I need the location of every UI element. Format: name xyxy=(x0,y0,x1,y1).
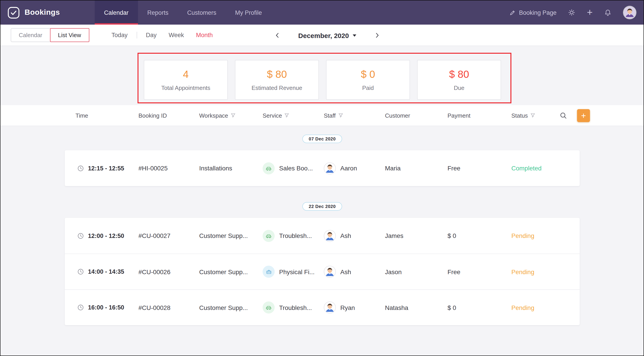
range-option-week[interactable]: Week xyxy=(168,32,184,39)
stat-label: Due xyxy=(454,85,464,91)
filter-button-status[interactable] xyxy=(530,113,535,118)
brand: Bookings xyxy=(0,1,95,25)
payment-value: $ 0 xyxy=(448,232,511,239)
car-icon xyxy=(265,304,272,311)
briefcase-icon xyxy=(266,269,272,275)
view-toggle: CalendarList View xyxy=(11,28,89,42)
clock-icon xyxy=(77,268,84,275)
top-nav: Bookings CalendarReportsCustomersMy Prof… xyxy=(0,1,644,25)
booking-id: #HI-00025 xyxy=(138,164,199,172)
car-icon-badge xyxy=(262,162,275,174)
time-text: 14:00 - 14:35 xyxy=(88,268,124,275)
user-avatar[interactable] xyxy=(623,6,636,19)
filter-button-workspace[interactable] xyxy=(231,113,235,118)
stats-cards: 4Total Appointments$ 80Estimated Revenue… xyxy=(144,60,501,100)
column-label: Time xyxy=(76,112,88,119)
booking-page-button[interactable]: Booking Page xyxy=(509,9,556,16)
range-option-month[interactable]: Month xyxy=(196,32,213,39)
period-navigator: December, 2020 xyxy=(273,25,382,46)
range-options: DayWeekMonth xyxy=(146,32,213,39)
column-label: Status xyxy=(511,112,528,119)
booking-time: 14:00 - 14:35 xyxy=(65,268,138,275)
chevron-left-icon xyxy=(275,32,280,39)
column-label: Service xyxy=(262,112,282,119)
booking-row[interactable]: 12:00 - 12:50#CU-00027Customer Supp...Tr… xyxy=(65,218,580,254)
column-label: Payment xyxy=(448,112,470,119)
stat-card-estimated-revenue: $ 80Estimated Revenue xyxy=(235,60,319,100)
gear-icon xyxy=(568,9,576,17)
view-toolbar: CalendarList View Today DayWeekMonth Dec… xyxy=(0,25,644,46)
booking-time: 12:00 - 12:50 xyxy=(65,232,138,239)
filter-button-service[interactable] xyxy=(285,113,289,118)
staff-avatar xyxy=(324,266,336,278)
status-badge: Pending xyxy=(511,232,580,239)
payment-value: $ 0 xyxy=(448,304,511,311)
notifications-button[interactable] xyxy=(604,9,612,17)
date-chip: 07 Dec 2020 xyxy=(302,135,342,143)
workspace-name: Installations xyxy=(199,164,262,172)
nav-tab-my-profile[interactable]: My Profile xyxy=(226,1,271,25)
stat-value: $ 80 xyxy=(267,68,287,81)
time-text: 12:00 - 12:50 xyxy=(88,232,124,239)
workspace-name: Customer Supp... xyxy=(199,232,262,239)
clock-icon xyxy=(77,304,84,311)
date-chip-row: 07 Dec 2020 xyxy=(65,134,580,143)
chevron-down-icon xyxy=(353,34,356,37)
clock-icon xyxy=(77,165,84,171)
stat-card-total-appointments: 4Total Appointments xyxy=(144,60,228,100)
next-month-button[interactable] xyxy=(373,30,382,40)
stat-value: $ 0 xyxy=(361,68,375,81)
bookings-logo-icon xyxy=(8,7,20,19)
payment-value: Free xyxy=(448,164,511,172)
column-label: Workspace xyxy=(199,112,228,119)
briefcase-icon-badge xyxy=(262,266,275,278)
column-header-booking-id: Booking ID xyxy=(138,112,199,119)
today-button[interactable]: Today xyxy=(112,32,128,39)
booking-row[interactable]: 16:00 - 16:50#CU-00028Customer Supp...Tr… xyxy=(65,289,580,325)
booking-id: #CU-00026 xyxy=(138,268,199,275)
customer-name: Natasha xyxy=(385,304,448,311)
nav-tab-customers[interactable]: Customers xyxy=(178,1,226,25)
nav-tab-reports[interactable]: Reports xyxy=(138,1,178,25)
screenshot-frame: Bookings CalendarReportsCustomersMy Prof… xyxy=(0,0,644,356)
service-name: Troublesh... xyxy=(279,304,312,311)
view-toggle-list-view[interactable]: List View xyxy=(50,28,89,42)
service-name: Sales Boo... xyxy=(279,164,313,172)
column-header-customer: Customer xyxy=(385,112,448,119)
previous-month-button[interactable] xyxy=(273,30,281,40)
search-icon xyxy=(560,112,567,119)
settings-button[interactable] xyxy=(568,9,576,17)
booking-page-label: Booking Page xyxy=(519,9,556,16)
bookings-list: 07 Dec 202012:15 - 12:55#HI-00025Install… xyxy=(0,126,644,355)
staff-avatar xyxy=(324,301,336,313)
app-title: Bookings xyxy=(24,8,60,17)
staff-name: Ash xyxy=(340,232,351,239)
clock-icon xyxy=(77,232,84,239)
range-option-day[interactable]: Day xyxy=(146,32,156,39)
column-header-staff: Staff xyxy=(324,112,385,119)
booking-time: 12:15 - 12:55 xyxy=(65,165,138,171)
header-tools: + xyxy=(560,105,590,126)
primary-nav: CalendarReportsCustomersMy Profile xyxy=(95,1,271,25)
stat-value: $ 80 xyxy=(449,68,469,81)
quick-add-button[interactable]: + xyxy=(587,8,593,18)
view-toggle-calendar[interactable]: Calendar xyxy=(11,28,50,42)
booking-row[interactable]: 12:15 - 12:55#HI-00025InstallationsSales… xyxy=(65,150,580,186)
column-label: Staff xyxy=(324,112,336,119)
stat-label: Estimated Revenue xyxy=(252,85,302,91)
add-booking-button[interactable]: + xyxy=(577,109,590,122)
car-icon-badge xyxy=(262,230,275,242)
period-dropdown[interactable]: December, 2020 xyxy=(298,32,356,39)
filter-button-staff[interactable] xyxy=(338,113,343,118)
stats-section: 4Total Appointments$ 80Estimated Revenue… xyxy=(0,46,644,105)
workspace-name: Customer Supp... xyxy=(199,304,262,311)
clock-icon xyxy=(77,232,84,239)
staff-name: Ash xyxy=(340,268,351,275)
column-header-payment: Payment xyxy=(448,112,511,119)
service-name: Troublesh... xyxy=(279,232,312,239)
time-text: 12:15 - 12:55 xyxy=(88,165,124,171)
booking-row[interactable]: 14:00 - 14:35#CU-00026Customer Supp...Ph… xyxy=(65,254,580,289)
search-button[interactable] xyxy=(560,112,567,119)
table-header: TimeBooking IDWorkspaceServiceStaffCusto… xyxy=(0,105,644,126)
nav-tab-calendar[interactable]: Calendar xyxy=(95,1,138,25)
